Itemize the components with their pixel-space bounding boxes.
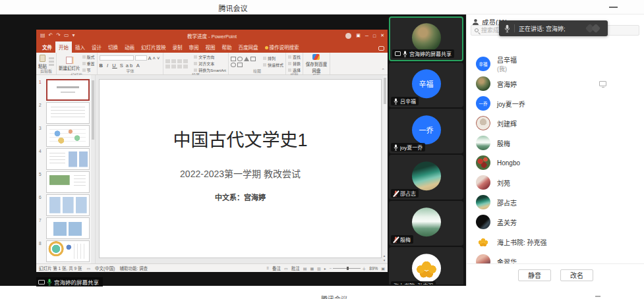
video-tile[interactable]: 宫海婷的屏幕共享	[389, 16, 463, 61]
ppt-ribbon-tab[interactable]: 操作说明搜索	[262, 41, 303, 53]
member-row[interactable]: 金翠华	[467, 252, 644, 263]
member-row[interactable]: 邵占志	[467, 192, 644, 212]
slideshow-view-icon[interactable]: ▸	[324, 266, 326, 271]
meeting-window: 腾讯会议 ▤ ↶ ↷ ▭ ▾ 教学进度 - PowerPoint ▣ ─ □ ✕	[0, 0, 644, 299]
shapes-gallery[interactable]	[231, 57, 261, 67]
ppt-ribbon-tab[interactable]: 动画	[121, 41, 138, 53]
select-button[interactable]: 选择	[288, 67, 301, 73]
member-row[interactable]: 孟关芳	[467, 212, 644, 232]
member-row[interactable]: 一乔 joy夏一乔	[467, 94, 644, 113]
video-tile[interactable]: 海上书院: 孙克强	[389, 247, 463, 285]
layout-button[interactable]: 版式	[82, 54, 95, 60]
replace-button[interactable]: 替换	[288, 61, 301, 67]
member-avatar	[476, 136, 490, 150]
video-tile[interactable]: 殷梅	[389, 201, 463, 246]
slide-thumbnail[interactable]: 6	[39, 194, 90, 216]
ppt-ribbon-tab[interactable]: 设计	[88, 41, 105, 53]
member-avatar	[476, 116, 490, 130]
video-tile[interactable]: 一乔 joy夏一乔	[389, 109, 463, 153]
ppt-ribbon-tab[interactable]: 视图	[202, 41, 219, 53]
mute-button[interactable]: 静音	[518, 269, 551, 281]
find-button[interactable]: 查找	[288, 54, 301, 60]
arrange-button[interactable]: 排列	[263, 55, 283, 61]
collapse-ribbon-icon[interactable]: ⌃	[378, 68, 388, 74]
member-row[interactable]: 殷梅	[467, 133, 644, 153]
slide-scrollbar[interactable]	[383, 76, 387, 262]
section-button[interactable]: 节	[82, 67, 95, 73]
slide-thumbnail[interactable]: 2	[39, 102, 90, 124]
new-slide-button[interactable]: 新建幻灯片	[59, 57, 80, 71]
comments-bubble-icon[interactable]	[378, 46, 384, 51]
video-tile[interactable]: 邵占志	[389, 155, 463, 200]
display-settings-icon[interactable]: ▭	[86, 266, 90, 271]
quick-styles-button[interactable]: 快速样式	[263, 62, 283, 68]
member-avatar	[476, 234, 490, 249]
ppt-ribbon-tab[interactable]: 帮助	[219, 41, 235, 53]
ppt-ribbon-tab[interactable]: 切换	[105, 41, 121, 53]
normal-view-icon[interactable]: ▤	[303, 266, 307, 271]
slide-thumbnail[interactable]: 3	[39, 125, 90, 147]
slide-thumbnail[interactable]: 4	[39, 148, 90, 170]
ppt-ribbon-tab[interactable]: 百度网盘	[235, 41, 262, 53]
member-row[interactable]: 刘苑	[467, 173, 644, 192]
paste-button[interactable]: 粘贴	[38, 55, 47, 69]
save-to-pan-button[interactable]: 保存到百度网盘	[305, 54, 328, 74]
slide-canvas[interactable]: 中国古代文学史1 2022-2023第一学期 教改尝试 中文系：宫海婷	[99, 79, 382, 258]
member-row[interactable]: 刘建辉	[467, 113, 644, 133]
member-row[interactable]: 宫海婷	[467, 74, 644, 94]
member-avatar	[476, 195, 490, 209]
clipboard-mini-buttons[interactable]	[49, 57, 54, 66]
watermark-logo	[585, 24, 602, 33]
member-row[interactable]: 海上书院: 孙克强	[467, 232, 644, 252]
language-indicator[interactable]: 中文(中国)	[95, 265, 115, 271]
text-direction-button[interactable]: 文字方向	[194, 54, 226, 60]
tile-screenshare-icon	[395, 51, 401, 56]
member-list: 辛福 吕辛福 (我) 宫海婷	[467, 50, 644, 263]
ppt-ribbon-tab[interactable]: 文件	[39, 41, 55, 53]
tile-avatar	[412, 161, 441, 190]
member-avatar	[476, 215, 490, 229]
member-row[interactable]: 辛福 吕辛福 (我)	[467, 54, 644, 74]
ppt-ribbon-tab[interactable]: 审阅	[186, 41, 202, 53]
slide-thumbnail[interactable]: 7	[39, 217, 90, 239]
member-avatar: 辛福	[476, 57, 490, 71]
comments-toggle[interactable]: 批注	[291, 265, 300, 271]
slide-thumbnail[interactable]: 1	[39, 79, 90, 101]
notes-icon: ≡	[267, 266, 270, 270]
reset-button[interactable]: 重置	[82, 61, 95, 67]
member-sharing-icon	[599, 81, 606, 86]
powerpoint-window: ▤ ↶ ↷ ▭ ▾ 教学进度 - PowerPoint ▣ ─ □ ✕ 文件开始…	[36, 30, 388, 272]
baidu-pan-icon	[312, 54, 320, 60]
font-style-buttons[interactable]: B I U S	[100, 63, 125, 68]
thumbnail-scrollbar[interactable]	[91, 75, 95, 263]
ribbon-group-slides: 新建幻灯片 版式 重置 节 幻灯片	[57, 53, 98, 74]
reading-view-icon[interactable]: ▥	[317, 266, 321, 271]
slide-thumbnail[interactable]: 8	[39, 240, 90, 262]
font-name-select[interactable]	[100, 55, 134, 61]
rename-button[interactable]: 改名	[560, 269, 593, 281]
grow-shrink-font-buttons[interactable]: A˄˅	[148, 55, 161, 61]
ppt-ribbon-tab[interactable]: 录制	[169, 41, 186, 53]
zoom-level[interactable]: 89%	[369, 266, 378, 271]
ppt-ribbon-tab[interactable]: 幻灯片放映	[138, 41, 169, 53]
members-footer: 静音 改名	[467, 263, 644, 286]
notes-toggle[interactable]: 备注	[272, 265, 281, 271]
slide-sorter-icon[interactable]: ▦	[310, 266, 314, 271]
ppt-ribbon-tab[interactable]: 插入	[72, 41, 88, 53]
smartart-button[interactable]: 转换为SmartArt	[194, 67, 226, 73]
ppt-ribbon-tab[interactable]: 开始	[55, 41, 72, 53]
font-size-select[interactable]	[135, 55, 147, 61]
tooltip-divider	[514, 24, 515, 32]
accessibility-status[interactable]: 辅助功能: 调查	[119, 265, 148, 271]
speaking-tooltip: 正在讲话: 宫海婷;	[499, 20, 608, 36]
video-tile[interactable]: 辛福 吕辛福	[389, 63, 463, 107]
paragraph-buttons[interactable]	[165, 59, 192, 68]
speaking-label: 正在讲话: 宫海婷;	[519, 24, 566, 33]
fit-to-window-icon[interactable]: ▣	[381, 266, 385, 271]
slide-thumbnail[interactable]: 5	[39, 171, 90, 193]
align-text-button[interactable]: 对齐文本	[194, 61, 226, 67]
member-row[interactable]: Hongbo	[467, 153, 644, 173]
font-color-buttons[interactable]: ab A	[126, 63, 141, 68]
zoom-slider[interactable]: − ＋	[330, 265, 366, 271]
minimize-button[interactable]	[609, 7, 618, 8]
